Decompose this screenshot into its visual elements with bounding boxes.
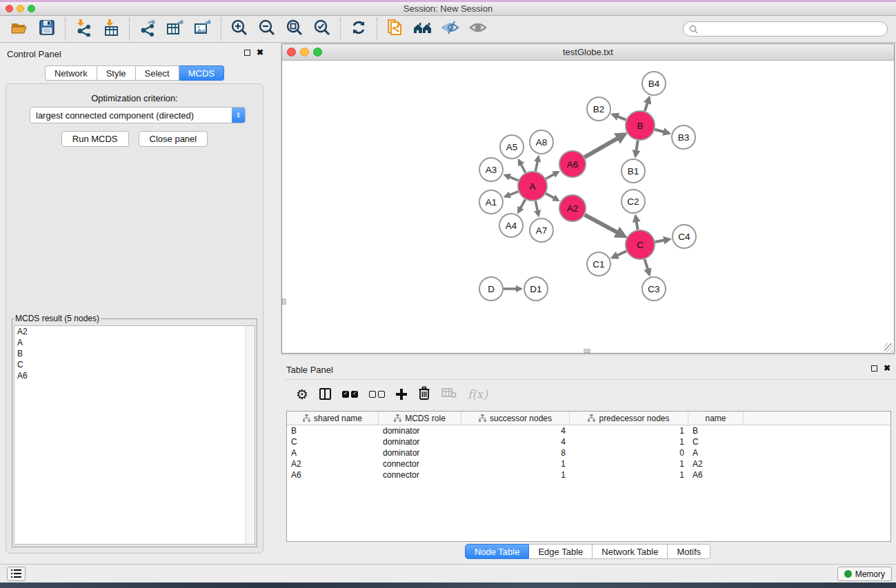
table-cell[interactable]: connector [379, 470, 461, 480]
table-cell[interactable]: A [688, 448, 744, 458]
tab-mcds[interactable]: MCDS [179, 65, 224, 81]
edge-A-A1[interactable] [506, 192, 519, 196]
export-network-button[interactable] [134, 17, 161, 41]
search-field[interactable] [683, 21, 888, 37]
column-header-shared-name[interactable]: shared name [287, 412, 379, 425]
save-session-button[interactable] [33, 17, 61, 41]
new-network-from-selection-button[interactable] [381, 17, 409, 41]
unselect-all-columns-button[interactable] [369, 384, 385, 405]
close-panel-icon[interactable]: ✖ [884, 365, 890, 372]
edge-A-A3[interactable] [505, 175, 518, 181]
task-history-button[interactable] [7, 567, 26, 581]
network-graph[interactable]: AA1A2A3A4A5A6A7A8BB1B2B3B4CC1C2C3C4DD1 [282, 61, 894, 353]
edge-A-A7[interactable] [535, 201, 538, 216]
zoom-fit-button[interactable] [281, 17, 308, 41]
zoom-out-button[interactable] [253, 17, 281, 41]
table-cell[interactable]: 1 [570, 459, 688, 469]
edge-C-C3[interactable] [645, 259, 650, 274]
network-window-titlebar[interactable]: testGlobe.txt [282, 44, 894, 61]
vertical-scroll-indicator[interactable] [282, 298, 286, 305]
table-cell[interactable]: 1 [570, 426, 688, 436]
table-cell[interactable]: connector [379, 459, 461, 469]
tab-edge-table[interactable]: Edge Table [529, 544, 593, 559]
result-item[interactable]: A6 [14, 370, 255, 381]
level-of-detail-button[interactable] [464, 17, 492, 41]
tab-motifs[interactable]: Motifs [668, 544, 710, 559]
float-panel-icon[interactable] [871, 365, 877, 372]
horizontal-scroll-indicator[interactable] [584, 349, 590, 353]
edge-C-C2[interactable] [635, 216, 637, 230]
tab-style[interactable]: Style [97, 65, 136, 81]
edge-A-A5[interactable] [519, 160, 526, 172]
export-image-button[interactable] [189, 17, 217, 41]
import-network-button[interactable] [70, 17, 97, 41]
table-cell[interactable]: dominator [379, 448, 461, 458]
edge-A-A6[interactable] [546, 172, 558, 179]
table-cell[interactable]: A2 [287, 459, 379, 469]
table-cell[interactable]: dominator [379, 437, 461, 447]
table-row[interactable]: A2connector11A2 [287, 458, 890, 469]
show-column-button[interactable] [319, 384, 331, 405]
edge-A-A8[interactable] [535, 157, 538, 172]
float-panel-icon[interactable] [244, 50, 250, 56]
create-column-button[interactable] [396, 384, 407, 405]
criterion-dropdown[interactable]: largest connected component (directed) ▲… [30, 107, 246, 123]
column-header-predecessor-nodes[interactable]: predecessor nodes [570, 412, 688, 425]
close-network-button[interactable] [287, 48, 296, 57]
edge-C-C1[interactable] [613, 251, 626, 257]
tab-network[interactable]: Network [45, 65, 97, 81]
show-hide-graphics-details-button[interactable] [437, 17, 464, 41]
table-cell[interactable]: 4 [461, 437, 570, 447]
zoom-network-button[interactable] [313, 48, 322, 57]
zoom-window-button[interactable] [28, 5, 35, 12]
export-table-button[interactable] [161, 17, 189, 41]
table-cell[interactable]: 8 [461, 448, 570, 458]
table-cell[interactable]: A6 [287, 470, 379, 480]
table-cell[interactable]: dominator [379, 426, 461, 436]
column-header-name[interactable]: name [688, 412, 744, 425]
table-row[interactable]: Bdominator41B [287, 425, 890, 436]
search-input[interactable] [701, 24, 882, 34]
close-panel-button[interactable]: Close panel [139, 131, 208, 147]
table-cell[interactable]: A2 [688, 459, 744, 469]
table-row[interactable]: Cdominator41C [287, 436, 890, 447]
table-settings-button[interactable]: ⚙ [296, 384, 308, 405]
edge-A-A4[interactable] [519, 199, 526, 212]
table-cell[interactable]: 0 [570, 448, 688, 458]
table-cell[interactable]: 4 [461, 426, 570, 436]
result-scrollbar[interactable] [245, 326, 255, 544]
result-item[interactable]: C [14, 359, 255, 370]
table-cell[interactable]: 1 [461, 459, 570, 469]
memory-button[interactable]: Memory [837, 567, 892, 581]
network-canvas[interactable]: AA1A2A3A4A5A6A7A8BB1B2B3B4CC1C2C3C4DD1 [282, 61, 894, 353]
close-window-button[interactable] [6, 5, 13, 12]
table-cell[interactable]: B [287, 426, 379, 436]
run-mcds-button[interactable]: Run MCDS [61, 131, 129, 147]
table-cell[interactable]: 1 [570, 437, 688, 447]
edge-B-B3[interactable] [655, 130, 669, 134]
zoom-in-button[interactable] [226, 17, 253, 41]
minimize-window-button[interactable] [17, 5, 24, 12]
minimize-network-button[interactable] [300, 48, 309, 57]
tab-network-table[interactable]: Network Table [593, 544, 668, 559]
column-header-MCDS-role[interactable]: MCDS role [379, 412, 461, 425]
result-item[interactable]: A [14, 337, 255, 348]
zoom-selected-button[interactable] [308, 17, 336, 41]
node-table[interactable]: shared nameMCDS rolesuccessor nodesprede… [286, 411, 891, 542]
table-cell[interactable]: 1 [570, 470, 688, 480]
table-row[interactable]: Adominator80A [287, 447, 890, 458]
edge-A-A2[interactable] [546, 194, 558, 201]
table-cell[interactable]: C [688, 437, 744, 447]
table-row[interactable]: A6connector11A6 [287, 469, 890, 480]
table-cell[interactable]: A6 [688, 470, 744, 480]
column-header-successor-nodes[interactable]: successor nodes [461, 412, 570, 425]
table-cell[interactable]: 1 [461, 470, 570, 480]
edge-B-B1[interactable] [635, 141, 637, 156]
edge-A2-C[interactable] [585, 215, 625, 236]
mcds-result-list[interactable]: A2ABCA6 [14, 325, 255, 545]
refresh-view-button[interactable] [345, 17, 372, 41]
edge-B-B2[interactable] [613, 114, 626, 120]
table-cell[interactable]: A [287, 448, 379, 458]
table-cell[interactable]: C [287, 437, 379, 447]
resize-grip[interactable] [884, 343, 893, 352]
